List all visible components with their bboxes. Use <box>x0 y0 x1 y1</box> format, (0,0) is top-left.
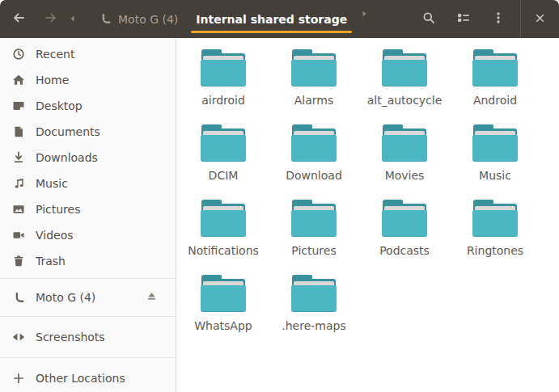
active-crumb-underline <box>191 31 352 33</box>
folder-label: Download <box>286 169 342 182</box>
sidebar-item-music[interactable]: Music <box>0 171 176 196</box>
breadcrumb-scroll-left-icon <box>68 11 78 27</box>
sidebar-separator <box>0 316 176 317</box>
sidebar-separator <box>0 278 176 279</box>
kebab-menu-icon <box>492 11 505 27</box>
sidebar-item-desktop[interactable]: Desktop <box>0 93 176 119</box>
folder-icon <box>201 200 246 237</box>
folder-icon <box>382 200 427 237</box>
sidebar-item-label: Documents <box>36 125 100 138</box>
sidebar-places-list: Recent Home Desktop Documents Downloads … <box>0 41 176 274</box>
folder-label: airdroid <box>201 94 245 107</box>
folder-label: Alarms <box>294 94 334 107</box>
folder-icon <box>291 275 337 312</box>
list-view-icon <box>457 11 470 27</box>
breadcrumb-scroll-left-button[interactable] <box>65 6 81 33</box>
folder-label: Movies <box>385 169 425 182</box>
folder-label: Music <box>479 169 511 182</box>
folder-item-android[interactable]: Android <box>450 44 540 120</box>
folder-item-dcim[interactable]: DCIM <box>178 120 269 195</box>
phone-icon <box>100 13 112 25</box>
sidebar-item-label: Music <box>36 177 68 190</box>
breadcrumb-device[interactable]: Moto G (4) <box>91 0 187 38</box>
breadcrumb-device-label: Moto G (4) <box>118 13 178 26</box>
folder-label: Ringtones <box>467 244 523 257</box>
folder-label: Notifications <box>188 244 259 257</box>
sidebar-other-locations-label: Other Locations <box>36 372 125 385</box>
breadcrumb-current[interactable]: Internal shared storage <box>187 0 356 38</box>
folder-item-pictures[interactable]: Pictures <box>269 195 359 270</box>
removable-media-icon <box>12 331 25 344</box>
sidebar-item-moto-g-4[interactable]: Moto G (4) <box>0 283 176 312</box>
sidebar-item-label: Recent <box>36 48 74 61</box>
folder-item-download[interactable]: Download <box>269 120 359 195</box>
sidebar: Recent Home Desktop Documents Downloads … <box>0 38 176 392</box>
breadcrumb-scroll-right-button[interactable] <box>356 0 372 27</box>
folder-item-movies[interactable]: Movies <box>359 120 450 195</box>
back-button[interactable] <box>5 6 32 33</box>
folder-item-podcasts[interactable]: Podcasts <box>359 195 450 270</box>
sidebar-item-label: Desktop <box>36 99 83 112</box>
folder-icon <box>291 124 337 162</box>
folder-icon <box>291 49 337 86</box>
folder-icon <box>291 200 337 237</box>
document-icon <box>12 125 25 138</box>
file-view: airdroid Alarms alt_autocycle Android DC… <box>176 38 559 392</box>
folder-icon <box>382 124 427 162</box>
sidebar-item-recent[interactable]: Recent <box>0 41 176 67</box>
folder-label: .here-maps <box>282 319 345 332</box>
phone-icon <box>12 291 25 304</box>
sidebar-item-label: Trash <box>36 255 66 268</box>
folder-item-music[interactable]: Music <box>450 120 540 195</box>
folder-label: Podcasts <box>379 244 430 257</box>
sidebar-item-downloads[interactable]: Downloads <box>0 145 176 171</box>
view-toggle-button[interactable] <box>450 6 477 33</box>
sidebar-item-trash[interactable]: Trash <box>0 248 176 274</box>
download-icon <box>12 151 25 164</box>
menu-button[interactable] <box>485 6 512 33</box>
sidebar-item-other-locations[interactable]: Other Locations <box>0 362 176 392</box>
folder-item-here-maps[interactable]: .here-maps <box>269 270 359 345</box>
folder-icon <box>382 49 427 86</box>
folder-label: Android <box>473 94 517 107</box>
folder-item-alarms[interactable]: Alarms <box>269 44 359 120</box>
folder-icon <box>201 124 246 162</box>
sidebar-item-label: Downloads <box>36 151 98 164</box>
folder-item-whatsapp[interactable]: WhatsApp <box>178 270 269 345</box>
folder-grid: airdroid Alarms alt_autocycle Android DC… <box>178 44 559 345</box>
sidebar-item-screenshots[interactable]: Screenshots <box>0 321 176 353</box>
back-arrow-icon <box>12 11 25 27</box>
folder-label: WhatsApp <box>194 319 252 332</box>
folder-label: Pictures <box>291 244 336 257</box>
sidebar-separator <box>0 357 176 358</box>
folder-item-airdroid[interactable]: airdroid <box>178 44 269 120</box>
window-close-button[interactable] <box>526 6 553 33</box>
folder-icon <box>201 49 246 86</box>
clock-icon <box>12 48 25 61</box>
folder-label: DCIM <box>209 169 239 182</box>
plus-icon <box>12 372 25 385</box>
main-area: Recent Home Desktop Documents Downloads … <box>0 38 559 392</box>
sidebar-item-videos[interactable]: Videos <box>0 222 176 248</box>
search-button[interactable] <box>415 6 443 33</box>
sidebar-item-home[interactable]: Home <box>0 67 176 93</box>
folder-item-ringtones[interactable]: Ringtones <box>450 195 540 270</box>
sidebar-item-documents[interactable]: Documents <box>0 119 176 145</box>
desktop-icon <box>12 99 25 112</box>
forward-arrow-icon <box>44 11 57 27</box>
folder-item-alt-autocycle[interactable]: alt_autocycle <box>359 44 450 120</box>
folder-icon <box>472 49 518 86</box>
folder-item-notifications[interactable]: Notifications <box>178 195 269 270</box>
trash-icon <box>12 255 25 268</box>
sidebar-item-label: Pictures <box>36 203 80 216</box>
eject-icon <box>146 290 158 305</box>
video-camera-icon <box>12 229 25 242</box>
headerbar-divider <box>520 0 521 38</box>
file-manager-window: Moto G (4) Internal shared storage <box>0 0 559 392</box>
sidebar-item-label: Home <box>36 74 69 86</box>
forward-button[interactable] <box>37 6 65 33</box>
eject-button[interactable] <box>142 288 161 307</box>
sidebar-item-pictures[interactable]: Pictures <box>0 196 176 222</box>
folder-icon <box>472 200 518 237</box>
sidebar-device-label: Moto G (4) <box>36 291 95 304</box>
